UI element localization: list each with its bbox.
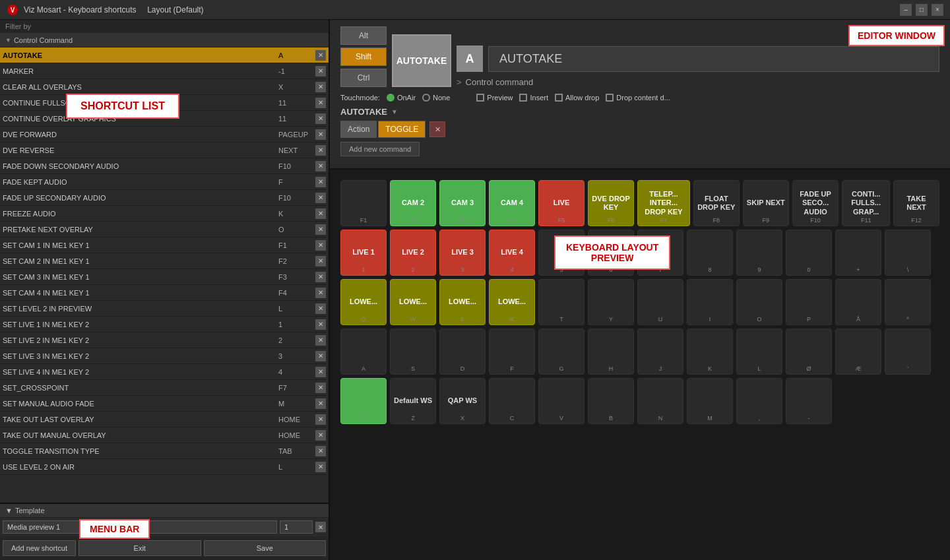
keyboard-key[interactable]: T xyxy=(538,279,585,325)
keyboard-key[interactable]: CAM 2F2 xyxy=(390,180,436,226)
keyboard-key[interactable]: QAP WSX xyxy=(439,378,486,424)
keyboard-key[interactable]: LIVE 44 xyxy=(489,230,535,276)
allow-drop-checkbox[interactable]: Allow drop xyxy=(555,94,599,102)
keyboard-key[interactable]: Æ xyxy=(835,328,881,375)
keyboard-key[interactable]: O xyxy=(736,279,782,325)
drop-content-checkbox-box[interactable] xyxy=(606,94,614,102)
keyboard-key[interactable]: S xyxy=(390,328,436,375)
shortcut-delete-button[interactable]: ✕ xyxy=(315,145,326,156)
template-name-input[interactable] xyxy=(3,520,277,534)
shortcut-delete-button[interactable]: ✕ xyxy=(315,82,326,92)
keyboard-key[interactable]: A xyxy=(340,328,387,375)
template-key-input[interactable] xyxy=(280,520,313,534)
shortcut-item[interactable]: SET CAM 2 IN ME1 KEY 1 F2 ✕ xyxy=(0,253,329,269)
keyboard-key[interactable]: LOWE...E xyxy=(439,279,486,325)
shortcut-delete-button[interactable]: ✕ xyxy=(315,50,326,61)
shortcut-item[interactable]: FADE KEPT AUDIO F ✕ xyxy=(0,174,329,190)
drop-content-checkbox[interactable]: Drop content d... xyxy=(606,94,670,102)
keyboard-key[interactable]: K xyxy=(687,328,733,375)
shortcut-item[interactable]: FADE DOWN SECONDARY AUDIO F10 ✕ xyxy=(0,158,329,174)
shortcut-item[interactable]: CONTINUE OVERLAY GRAPHICS 11 ✕ xyxy=(0,111,329,127)
keyboard-key[interactable]: 7 xyxy=(637,230,683,276)
shortcut-item[interactable]: TAKE OUT LAST OVERLAY HOME ✕ xyxy=(0,412,329,427)
keyboard-key[interactable]: U xyxy=(637,279,683,325)
keyboard-key[interactable]: B xyxy=(588,378,634,424)
allow-drop-checkbox-box[interactable] xyxy=(555,94,563,102)
maximize-button[interactable]: □ xyxy=(916,4,928,16)
shortcut-delete-button[interactable]: ✕ xyxy=(315,288,326,298)
keyboard-key[interactable]: 0 xyxy=(786,230,832,276)
none-radio-dot[interactable] xyxy=(422,94,430,102)
shortcut-item[interactable]: SET LIVE 3 IN ME1 KEY 2 3 ✕ xyxy=(0,348,329,364)
keyboard-key[interactable]: D xyxy=(439,328,486,375)
shortcut-delete-button[interactable]: ✕ xyxy=(315,129,326,140)
cmd-delete-button[interactable]: ✕ xyxy=(429,121,445,137)
keyboard-key[interactable]: 5 xyxy=(538,230,585,276)
keyboard-key[interactable]: LIVE 33 xyxy=(439,230,486,276)
shortcut-item[interactable]: SET CAM 3 IN ME1 KEY 1 F3 ✕ xyxy=(0,269,329,285)
onair-radio[interactable]: OnAir xyxy=(387,94,416,102)
shortcut-delete-button[interactable]: ✕ xyxy=(315,193,326,203)
keyboard-key[interactable]: LOWE...W xyxy=(390,279,436,325)
insert-checkbox-box[interactable] xyxy=(519,94,527,102)
keyboard-key[interactable]: LIVE 11 xyxy=(340,230,387,276)
alt-key[interactable]: Alt xyxy=(340,26,387,45)
minimize-button[interactable]: – xyxy=(900,4,912,16)
keyboard-key[interactable]: C xyxy=(489,378,535,424)
shortcut-delete-button[interactable]: ✕ xyxy=(315,256,326,266)
shortcut-delete-button[interactable]: ✕ xyxy=(315,303,326,314)
keyboard-key[interactable]: CAM 4F4 xyxy=(489,180,535,226)
shortcut-item[interactable]: CLEAR ALL OVERLAYS X ✕ xyxy=(0,79,329,95)
shortcut-delete-button[interactable]: ✕ xyxy=(315,177,326,187)
keyboard-key[interactable]: V xyxy=(538,378,585,424)
keyboard-key[interactable]: J xyxy=(637,328,683,375)
save-button[interactable]: Save xyxy=(204,540,327,556)
shortcut-delete-button[interactable]: ✕ xyxy=(315,398,326,409)
add-command-button[interactable]: Add new command xyxy=(340,142,420,156)
keyboard-key[interactable]: CAM 3F3 xyxy=(439,180,486,226)
shortcut-delete-button[interactable]: ✕ xyxy=(315,208,326,219)
close-button[interactable]: × xyxy=(932,4,943,16)
shortcut-item[interactable]: SET LIVE 4 IN ME1 KEY 2 4 ✕ xyxy=(0,364,329,380)
shortcut-delete-button[interactable]: ✕ xyxy=(315,335,326,346)
shortcut-item[interactable]: CONTINUE FULLSCREEN GRAPHICS 11 ✕ xyxy=(0,95,329,111)
keyboard-key[interactable]: P xyxy=(786,279,832,325)
shortcut-item[interactable]: SET LIVE 2 IN ME1 KEY 2 2 ✕ xyxy=(0,332,329,348)
keyboard-key[interactable]: - xyxy=(786,378,832,424)
keyboard-key[interactable]: L xyxy=(736,328,782,375)
shortcut-delete-button[interactable]: ✕ xyxy=(315,272,326,282)
action-button[interactable]: Action xyxy=(340,121,377,138)
shortcut-delete-button[interactable]: ✕ xyxy=(315,414,326,425)
preview-checkbox[interactable]: Preview xyxy=(476,94,513,102)
keyboard-key[interactable]: \ xyxy=(885,230,931,276)
keyboard-key[interactable]: N xyxy=(637,378,683,424)
add-shortcut-button[interactable]: Add new shortcut xyxy=(3,540,76,556)
onair-radio-dot[interactable] xyxy=(387,94,395,102)
shortcut-delete-button[interactable]: ✕ xyxy=(315,319,326,330)
keyboard-key[interactable]: FADE UP SECO... AUDIOF10 xyxy=(792,180,839,226)
shift-key[interactable]: Shift xyxy=(340,47,387,66)
shortcut-item[interactable]: SET CAM 1 IN ME1 KEY 1 F1 ✕ xyxy=(0,237,329,253)
keyboard-key[interactable]: Ø xyxy=(786,328,832,375)
shortcut-delete-button[interactable]: ✕ xyxy=(315,351,326,361)
insert-checkbox[interactable]: Insert xyxy=(519,94,548,102)
keyboard-key[interactable]: Å xyxy=(835,279,881,325)
toggle-button[interactable]: TOGGLE xyxy=(378,121,426,138)
exit-button[interactable]: Exit xyxy=(79,540,201,556)
shortcut-item[interactable]: MARKER -1 ✕ xyxy=(0,63,329,79)
shortcut-delete-button[interactable]: ✕ xyxy=(315,98,326,108)
shortcut-delete-button[interactable]: ✕ xyxy=(315,383,326,393)
shortcut-item[interactable]: SET_CROSSPOINT F7 ✕ xyxy=(0,380,329,396)
keyboard-key[interactable]: F xyxy=(489,328,535,375)
keyboard-key[interactable]: TAKE NEXTF12 xyxy=(893,180,939,226)
shortcut-delete-button[interactable]: ✕ xyxy=(315,224,326,235)
shortcut-item[interactable]: SET CAM 4 IN ME1 KEY 1 F4 ✕ xyxy=(0,285,329,301)
keyboard-key[interactable]: DVE DROP KEYF6 xyxy=(588,180,634,226)
shortcut-item[interactable]: PRETAKE NEXT OVERLAY O ✕ xyxy=(0,222,329,237)
shortcut-item[interactable]: SET LEVEL 2 IN PREVIEW L ✕ xyxy=(0,301,329,317)
keyboard-key[interactable]: FLOAT DROP KEYF8 xyxy=(693,180,740,226)
keyboard-key[interactable]: + xyxy=(835,230,881,276)
keyboard-key[interactable]: 8 xyxy=(687,230,733,276)
ctrl-key[interactable]: Ctrl xyxy=(340,69,387,87)
shortcut-item[interactable]: SET MANUAL AUDIO FADE M ✕ xyxy=(0,396,329,412)
